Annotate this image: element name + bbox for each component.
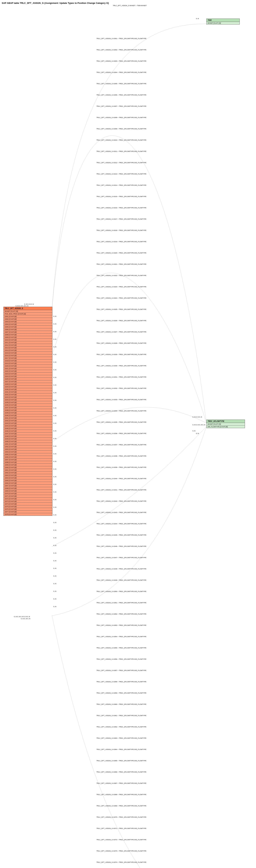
cardinality-side: 0..N <box>54 491 56 493</box>
entity-main-row: G076 [CHAR (8)] <box>4 508 52 510</box>
entity-main-row: G054 [CHAR (8)] <box>4 451 52 453</box>
cardinality-side: 0..N <box>54 606 56 608</box>
edge-label: TRLC_DFT_ASSGN_G-G004 = TRDC_DFLOWTYPE-D… <box>73 71 170 73</box>
edge-label: TRLC_DFT_ASSGN_G-G033 = TRDC_DFLOWTYPE-D… <box>73 399 170 401</box>
edge-label: TRLC_DFT_ASSGN_G-G009 = TRDC_DFLOWTYPE-D… <box>73 128 170 130</box>
edge-label: TRLC_DFT_ASSGN_G-G018 = TRDC_DFLOWTYPE-D… <box>73 229 170 231</box>
edge-label: TRLC_DFT_ASSGN_G-G062 = TRDC_DFLOWTYPE-D… <box>73 726 170 728</box>
cardinality-side: 0..N <box>54 338 56 340</box>
cardinality-side: 0..N <box>54 384 56 386</box>
edge-label: TRLC_DFT_ASSGN_G-G040 = TRDC_DFLOWTYPE-D… <box>73 478 170 479</box>
entity-main-row: G022 [CHAR (8)] <box>4 370 52 373</box>
entity-main-row: G074 [CHAR (8)] <box>4 503 52 505</box>
entity-main-row: G040 [CHAR (8)] <box>4 414 52 417</box>
cardinality-side: 0..N <box>54 376 56 378</box>
entity-main-row: G057 [CHAR (8)] <box>4 459 52 461</box>
edge-label: TRLC_DFT_ASSGN_G-G019 = TRDC_DFLOWTYPE-D… <box>73 241 170 243</box>
edge-label: TRLC_DFT_ASSGN_G-G005 = TRDC_DFLOWTYPE-D… <box>73 83 170 85</box>
edge-label: TRLC_DFT_ASSGN_G-G038 = TRDC_DFLOWTYPE-D… <box>73 455 170 457</box>
cardinality-side: 0..N <box>54 399 56 401</box>
edge-label: TRLC_DFT_ASSGN_G-G042 = TRDC_DFLOWTYPE-D… <box>73 500 170 502</box>
entity-main-row: G038 [CHAR (8)] <box>4 409 52 412</box>
edge-label: TRLC_DFT_ASSGN_G-G036 = TRDC_DFLOWTYPE-D… <box>73 433 170 434</box>
entity-main-row: G014 [CHAR (8)] <box>4 349 52 352</box>
entity-main-row: G024 [CHAR (8)] <box>4 375 52 378</box>
cardinality-side: 0..N <box>54 506 56 508</box>
entity-main-row: G064 [CHAR (8)] <box>4 477 52 479</box>
edge-label: TRLC_DFT_ASSGN_G-G057 = TRDC_DFLOWTYPE-D… <box>73 670 170 671</box>
entity-main-header: TRLC_DFT_ASSGN_G <box>4 307 52 310</box>
cardinality-flowtype-c: 0..N <box>193 430 195 432</box>
edge-label: TRLC_DFT_ASSGN_G-G074 = TRDC_DFLOWTYPE-D… <box>73 861 170 863</box>
cardinality-t000: 0..N <box>196 18 199 20</box>
cardinality-side: 0..N <box>54 522 56 523</box>
entity-main-row: G052 [CHAR (8)] <box>4 445 52 448</box>
entity-main-row: G037 [CHAR (8)] <box>4 406 52 409</box>
entity-main-row: G071 [CHAR (8)] <box>4 495 52 498</box>
edge-label: TRLC_DFT_ASSGN_G-G067 = TRDC_DFLOWTYPE-D… <box>73 782 170 784</box>
entity-main-row: G007 [CHAR (8)] <box>4 331 52 334</box>
edge-label: TRLC_DFT_ASSGN_G-G047 = TRDC_DFLOWTYPE-D… <box>73 557 170 558</box>
entity-main-row: G027 [CHAR (8)] <box>4 380 52 383</box>
edge-label: TRLC_DFT_ASSGN_G-G025 = TRDC_DFLOWTYPE-D… <box>73 309 170 310</box>
entity-main-row: G050 [CHAR (8)] <box>4 440 52 443</box>
entity-main-row: G051 [CHAR (8)] <box>4 443 52 445</box>
edge-label: TRLC_DFT_ASSGN_G-G030 = TRDC_DFLOWTYPE-D… <box>73 365 170 367</box>
cardinality-side: 0..N <box>54 545 56 546</box>
cardinality-main-top: 0..N 0..N 0..N <box>24 303 34 305</box>
cardinality-main-bottom: 0..N 0..N 0..N 0..N 0..N <box>14 616 30 618</box>
entity-main-row: G019 [CHAR (8)] <box>4 362 52 365</box>
edge-label: TRLC_DFT_ASSGN_G-G031 = TRDC_DFLOWTYPE-D… <box>73 376 170 378</box>
cardinality-side: 0..N <box>54 461 56 462</box>
entity-main-row: G013 [CHAR (8)] <box>4 346 52 349</box>
entity-main-row: G069 [CHAR (8)] <box>4 490 52 492</box>
edge-label: TRLC_DFT_ASSGN_G-G055 = TRDC_DFLOWTYPE-D… <box>73 647 170 649</box>
entity-main-row: G062 [CHAR (8)] <box>4 471 52 474</box>
entity-main-row: G060 [CHAR (8)] <box>4 466 52 469</box>
entity-main-row: G039 [CHAR (8)] <box>4 412 52 414</box>
cardinality-side: 0..N <box>54 315 56 317</box>
edge-label: TRLC_DFT_ASSGN_G-G069 = TRDC_DFLOWTYPE-D… <box>73 805 170 807</box>
edge-label: TRLC_DFT_ASSGN_G-G035 = TRDC_DFLOWTYPE-D… <box>73 421 170 423</box>
cardinality-side: 0..N <box>54 430 56 432</box>
entity-flowtype-header: TRDC_DFLOWTYPE <box>206 420 245 423</box>
page-title: SAP ABAP table TRLC_DFT_ASSGN_G {Assignm… <box>2 2 256 4</box>
edge-label: TRLC_DFT_ASSGN_G-G008 = TRDC_DFLOWTYPE-D… <box>73 117 170 118</box>
entity-main-row: G045 [CHAR (8)] <box>4 427 52 430</box>
edge-label: TRLC_DFT_ASSGN_G-G056 = TRDC_DFLOWTYPE-D… <box>73 658 170 660</box>
entity-main-row: G067 [CHAR (8)] <box>4 485 52 487</box>
entity-main-row: G028 [CHAR (8)] <box>4 383 52 385</box>
entity-main-row: G073 [CHAR (8)] <box>4 500 52 503</box>
entity-main-row: G058 [CHAR (8)] <box>4 461 52 464</box>
diagram: T000 MANDT [CLNT (3)] 0..N TRLC_DFT_ASSG… <box>2 8 254 868</box>
edge-label: TRLC_DFT_ASSGN_G-G016 = TRDC_DFLOWTYPE-D… <box>73 207 170 209</box>
edge-label: TRLC_DFT_ASSGN_G-G051 = TRDC_DFLOWTYPE-D… <box>73 602 170 603</box>
cardinality-side: 0..N <box>54 484 56 485</box>
entity-main-row: G033 [CHAR (8)] <box>4 396 52 399</box>
entity-main-row: G059 [CHAR (8)] <box>4 464 52 466</box>
cardinality-side: 0..N <box>54 369 56 371</box>
entity-main-row: G002 [CHAR (8)] <box>4 318 52 320</box>
cardinality-flowtype-b: 0..N 0..N 0..N 0..N <box>193 424 205 426</box>
entity-main-row: G035 [CHAR (8)] <box>4 401 52 404</box>
cardinality-side: 0..N <box>54 529 56 531</box>
cardinality-side: 0..N <box>54 567 56 569</box>
edge-label: TRLC_DFT_ASSGN_G-G012 = TRDC_DFLOWTYPE-D… <box>73 162 170 163</box>
cardinality-side: 0..N <box>54 514 56 516</box>
cardinality-side: 0..N <box>54 476 56 477</box>
edge-label: TRLC_DFT_ASSGN_G-G041 = TRDC_DFLOWTYPE-D… <box>73 489 170 491</box>
edge-label: TRLC_DFT_ASSGN_G-G060 = TRDC_DFLOWTYPE-D… <box>73 704 170 705</box>
entity-main-row: G070 [CHAR (8)] <box>4 492 52 495</box>
entity-main-row: G066 [CHAR (8)] <box>4 482 52 485</box>
entity-main-row: G055 [CHAR (8)] <box>4 453 52 456</box>
entity-main-row: G068 [CHAR (8)] <box>4 487 52 490</box>
entity-main-row: G029 [CHAR (8)] <box>4 385 52 388</box>
edge-label: TRLC_DFT_ASSGN_G-G053 = TRDC_DFLOWTYPE-D… <box>73 624 170 626</box>
edge-label: TRLC_DFT_ASSGN_G-G050 = TRDC_DFLOWTYPE-D… <box>73 591 170 592</box>
edge-label: TRLC_DFT_ASSGN_G-G026 = TRDC_DFLOWTYPE-D… <box>73 320 170 321</box>
edge-label: TRLC_DFT_ASSGN_G-G023 = TRDC_DFLOWTYPE-D… <box>73 286 170 288</box>
cardinality-side: 0..N <box>54 575 56 577</box>
entity-main-row: G056 [CHAR (8)] <box>4 456 52 459</box>
entity-main-row: G021 [CHAR (8)] <box>4 367 52 370</box>
edge-label: TRLC_DFT_ASSGN_G-G028 = TRDC_DFLOWTYPE-D… <box>73 342 170 344</box>
